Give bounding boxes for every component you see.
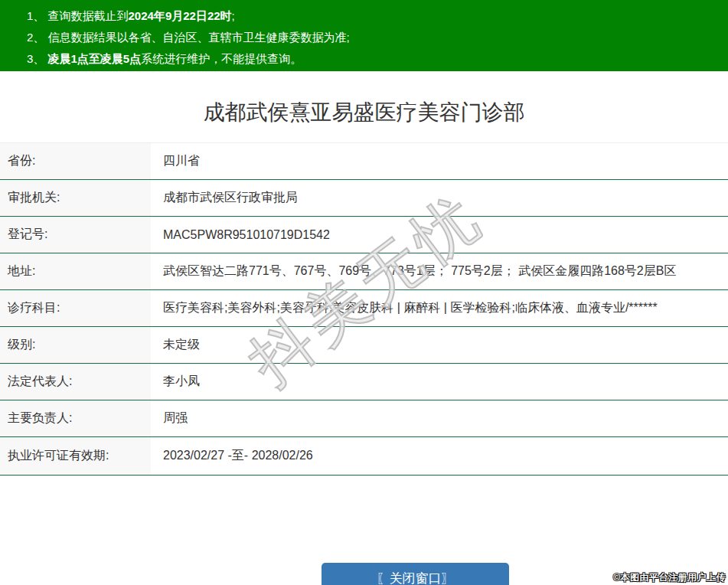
notice-3-text: 3、 — [27, 52, 48, 65]
row-label: 登记号: — [0, 217, 151, 253]
row-value: 周强 — [151, 400, 728, 436]
notice-1-bold: 2024年9月22日22时 — [129, 9, 232, 22]
row-label: 省份: — [0, 143, 151, 179]
close-window-button[interactable]: 〖关闭窗口〗 — [322, 563, 509, 585]
row-value: 四川省 — [151, 143, 728, 179]
table-row-province: 省份: 四川省 — [0, 143, 728, 180]
row-value: 2023/02/27 -至- 2028/02/26 — [151, 437, 728, 475]
notice-2-text: 2、 信息数据结果以各省、自治区、直辖市卫生健康委数据为准; — [27, 31, 350, 44]
row-label: 级别: — [0, 327, 151, 363]
row-label: 地址: — [0, 253, 151, 289]
row-value: 医疗美容科;美容外科;美容牙科;美容皮肤科 | 麻醉科 | 医学检验科;临床体液… — [151, 290, 728, 326]
page-title: 成都武侯熹亚易盛医疗美容门诊部 — [0, 102, 728, 123]
table-row-medical-subjects: 诊疗科目: 医疗美容科;美容外科;美容牙科;美容皮肤科 | 麻醉科 | 医学检验… — [0, 290, 728, 327]
copyright-stamp: ©本图由平台注册用户上传 — [613, 571, 726, 584]
table-row-license-validity-period: 执业许可证有效期: 2023/02/27 -至- 2028/02/26 — [0, 437, 728, 476]
table-row-level: 级别: 未定级 — [0, 327, 728, 364]
notice-3-suffix: 系统进行维护，不能提供查询。 — [141, 52, 302, 65]
row-value: 武侯区智达二路771号、767号、769号、773号1层； 775号2层； 武侯… — [151, 253, 728, 289]
row-value: 成都市武侯区行政审批局 — [151, 180, 728, 216]
table-row-address: 地址: 武侯区智达二路771号、767号、769号、773号1层； 775号2层… — [0, 253, 728, 290]
row-label: 诊疗科目: — [0, 290, 151, 326]
license-query-result-page: 1、 查询数据截止到2024年9月22日22时; 2、 信息数据结果以各省、自治… — [0, 0, 728, 585]
row-label: 法定代表人: — [0, 364, 151, 400]
notice-bar: 1、 查询数据截止到2024年9月22日22时; 2、 信息数据结果以各省、自治… — [0, 0, 728, 71]
row-label: 执业许可证有效期: — [0, 437, 151, 475]
row-value: 未定级 — [151, 327, 728, 363]
table-row-approval-authority: 审批机关: 成都市武侯区行政审批局 — [0, 180, 728, 217]
notice-line-2: 2、 信息数据结果以各省、自治区、直辖市卫生健康委数据为准; — [27, 27, 720, 48]
table-row-legal-representative: 法定代表人: 李小凤 — [0, 364, 728, 400]
row-value: MAC5PW8R951010719D1542 — [151, 217, 728, 253]
notice-line-3: 3、 凌晨1点至凌晨5点系统进行维护，不能提供查询。 — [27, 48, 720, 70]
notice-1-text: 1、 查询数据截止到 — [27, 9, 129, 22]
table-row-registration-number: 登记号: MAC5PW8R951010719D1542 — [0, 217, 728, 253]
table-row-main-responsible-person: 主要负责人: 周强 — [0, 400, 728, 437]
institution-info-table: 省份: 四川省 审批机关: 成都市武侯区行政审批局 登记号: MAC5PW8R9… — [0, 142, 728, 476]
row-label: 主要负责人: — [0, 400, 151, 436]
notice-3-bold: 凌晨1点至凌晨5点 — [48, 52, 142, 65]
notice-1-suffix: ; — [232, 9, 235, 22]
row-value: 李小凤 — [151, 364, 728, 400]
row-label: 审批机关: — [0, 180, 151, 216]
notice-line-1: 1、 查询数据截止到2024年9月22日22时; — [27, 5, 720, 27]
